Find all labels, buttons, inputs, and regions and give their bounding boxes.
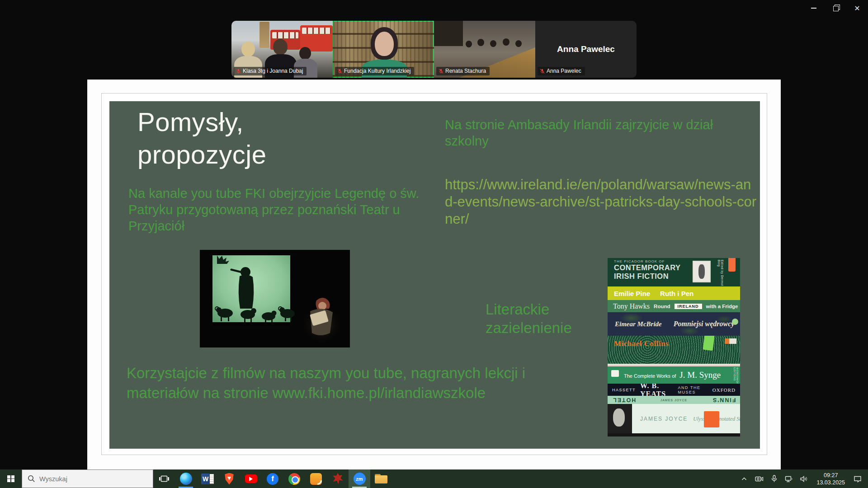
muted-mic-icon: [439, 69, 443, 74]
theater-photo: [200, 250, 350, 347]
red-mascot-icon: [332, 473, 344, 485]
student-silhouette: [299, 47, 311, 60]
book-title: J. M. Synge: [679, 370, 721, 380]
student-head-shape: [503, 38, 509, 46]
participant-name-tag: Klasa 3tg i Joanna Dubaj: [234, 67, 307, 75]
bookcase-shape: [434, 21, 463, 46]
book-title: Michael Collins: [614, 339, 740, 348]
spine-corner-shape: [725, 338, 736, 344]
tray-network-button[interactable]: [783, 469, 795, 488]
video-strip: Klasa 3tg i Joanna Dubaj Fundacja Kultur…: [231, 21, 637, 78]
participant-name: Anna Pawelec: [547, 68, 581, 74]
student-silhouette: [273, 39, 288, 55]
book-title-part: with a Fridge: [706, 304, 738, 309]
price-tag-shape: [728, 258, 736, 272]
participant-tile-fundacja[interactable]: Fundacja Kultury Irlandzkiej: [333, 21, 434, 78]
muted-mic-icon: [236, 69, 241, 74]
word-button[interactable]: W: [197, 469, 218, 488]
book-editor: Edited by Dermot Bolg: [717, 260, 724, 286]
book-subtitle: AND THE MUSES: [678, 385, 708, 394]
facebook-button[interactable]: f: [262, 469, 283, 488]
participant-name: Fundacja Kultury Irlandzkiej: [344, 68, 410, 74]
book-title-signpost: IRELAND: [675, 304, 702, 309]
participant-name: Renata Stachura: [445, 68, 486, 74]
big-ben-poster-shape: [259, 22, 269, 48]
chrome-icon: [288, 473, 300, 485]
slide-text-youtube-legend: Na kanale you tube FKI obejrzyjcie Legen…: [128, 185, 427, 234]
close-button[interactable]: ✕: [846, 0, 868, 16]
notification-center-button[interactable]: [852, 469, 863, 488]
book-title: W. B. YEATS: [640, 384, 674, 396]
book-cover-photo-shape: [608, 404, 632, 436]
microphone-icon: [771, 475, 778, 483]
book-spine-round-ireland: Tony Hawks Round IRELAND with a Fridge: [608, 300, 740, 312]
restore-button[interactable]: [825, 0, 846, 16]
book-spine-yeats: HASSETT W. B. YEATS AND THE MUSES OXFORD: [608, 384, 740, 396]
task-view-button[interactable]: [153, 469, 175, 488]
file-explorer-button[interactable]: [370, 469, 392, 488]
word-icon: W: [201, 474, 214, 484]
book-spine-michael-collins: Michael Collins: [608, 336, 740, 364]
participant-name-tag: Renata Stachura: [436, 67, 490, 75]
edge-button[interactable]: [175, 469, 197, 488]
tray-chevron-button[interactable]: [738, 469, 750, 488]
word-page-shape: [210, 474, 214, 484]
book-spine-synge: The Complete Works of J. M. Synge WORDSW…: [608, 364, 740, 384]
minimize-button[interactable]: [803, 0, 825, 16]
book-title-prefix: The Complete Works of: [624, 373, 676, 379]
notification-icon: [854, 475, 862, 483]
publisher-logo-shape: [732, 319, 738, 325]
slide-title: Pomysły, propozycje: [137, 106, 266, 171]
search-icon: [27, 474, 35, 483]
phone-app-icon: [310, 473, 322, 485]
student-head-shape: [490, 40, 496, 47]
book-spine-finns-hotel: HOTEL JAMES JOYCE FINN'S: [608, 396, 740, 404]
participant-tile-anna[interactable]: Anna Pawelec Anna Pawelec: [535, 21, 637, 78]
shadow-strip-shape: [608, 433, 740, 436]
slide-text-films: Korzystajcie z filmów na naszym you tube…: [127, 363, 552, 403]
chrome-button[interactable]: [283, 469, 305, 488]
participant-tile-renata[interactable]: Renata Stachura: [434, 21, 535, 78]
brave-button[interactable]: [218, 469, 240, 488]
book-spine-picador: THE PICADOR BOOK OF CONTEMPORARY IRISH F…: [608, 258, 740, 286]
window-controls: ✕: [803, 0, 868, 16]
bus-windows-shape2: [302, 28, 331, 34]
book-title-part: Round: [654, 304, 670, 309]
slide-url: https://www.ireland.ie/en/poland/warsaw/…: [445, 176, 758, 228]
tray-speaker-button[interactable]: [798, 469, 810, 488]
bus-windows-shape: [272, 32, 298, 38]
slide: Pomysły, propozycje Na kanale you tube F…: [109, 101, 760, 449]
facebook-icon: f: [267, 473, 278, 485]
book-spine-ruth-i-pen: Emilie Pine Ruth i Pen: [608, 286, 740, 300]
slide-panel: Pomysły, propozycje Na kanale you tube F…: [101, 93, 767, 455]
participant-tile-klasa[interactable]: Klasa 3tg i Joanna Dubaj: [231, 21, 333, 78]
red-mascot-button[interactable]: [327, 469, 349, 488]
youtube-button[interactable]: [240, 469, 262, 488]
book-title: Ruth i Pen: [660, 290, 693, 297]
participant-name-tag: Anna Pawelec: [538, 67, 585, 75]
tray-microphone-button[interactable]: [768, 469, 780, 488]
book-publisher: WORDSWORTH EDITIONS: [733, 367, 739, 384]
book-title: Pomniejsi wędrowcy: [674, 320, 735, 328]
price-tag-shape: [704, 411, 719, 427]
publisher-logo-shape: [611, 370, 619, 377]
tray-camera-button[interactable]: [753, 469, 765, 488]
restore-icon: [833, 6, 838, 10]
minimize-icon: [811, 8, 816, 9]
system-tray: 09:27 13.03.2025: [738, 469, 868, 488]
start-button[interactable]: [0, 469, 22, 488]
student-silhouette: [241, 42, 255, 57]
slide-text-embassy: Na stronie Ambasady Irlandii zajrzyjcie …: [445, 117, 739, 149]
youtube-icon: [245, 474, 257, 483]
windows-logo-icon: [7, 475, 14, 483]
taskbar: W f zm: [0, 469, 868, 488]
book-cover-photo-shape: [693, 261, 711, 282]
taskbar-clock[interactable]: 09:27 13.03.2025: [813, 469, 849, 488]
book-author: Eimear McBride: [615, 320, 662, 328]
search-input[interactable]: [22, 470, 153, 488]
phone-app-button[interactable]: [305, 469, 327, 488]
student-head-shape: [515, 40, 522, 47]
book-author: JAMES JOYCE: [660, 399, 688, 402]
zoom-app-button[interactable]: zm: [349, 469, 370, 488]
student-head-shape: [477, 39, 484, 46]
